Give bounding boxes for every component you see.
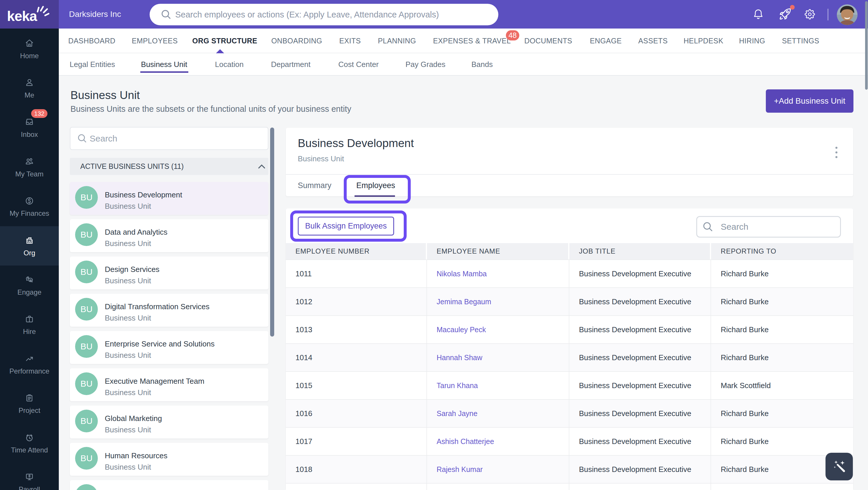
svg-text:keka: keka — [7, 8, 37, 24]
